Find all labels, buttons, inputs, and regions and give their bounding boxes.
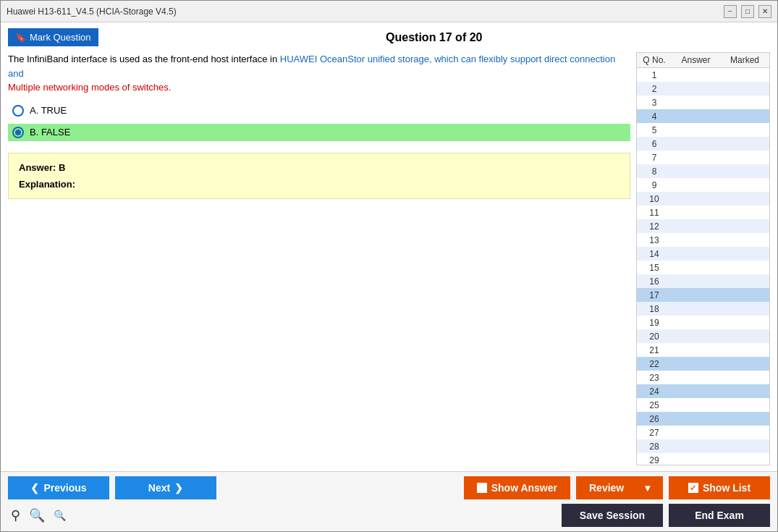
zoom-in-button[interactable]: 🔍 [51,508,69,523]
right-panel: Q No. Answer Marked 12345678910111213141… [636,52,770,465]
q-number: 13 [640,235,669,245]
table-row[interactable]: 14 [637,247,769,261]
q-number: 4 [640,111,669,122]
mark-question-label: Mark Question [30,32,91,43]
main-area: 🔖 Mark Question Question 17 of 20 The In… [1,22,777,471]
question-text-part1: The InfiniBand interface is used as the … [8,54,615,79]
zoom-reset-button[interactable]: 🔍 [26,506,48,525]
show-list-label: Show List [703,482,750,494]
q-number: 19 [640,318,669,328]
option-a-label: A. TRUE [30,105,67,116]
show-list-checkbox-icon [688,483,698,493]
highlight-text: HUAWEI OceanStor unified storage, which … [8,54,615,79]
table-row[interactable]: 27 [637,426,769,439]
mark-question-button[interactable]: 🔖 Mark Question [8,28,98,46]
table-row[interactable]: 15 [637,261,769,274]
answer-line: Answer: B [19,162,620,173]
next-label: Next [148,482,170,494]
q-number: 8 [640,166,669,177]
q-number: 3 [640,98,669,108]
table-row[interactable]: 10 [637,192,769,206]
table-row[interactable]: 22 [637,357,769,371]
toolbar: 🔖 Mark Question Question 17 of 20 [8,28,770,46]
review-button[interactable]: Review ▾ [576,476,663,499]
q-number: 17 [640,290,669,300]
table-row[interactable]: 11 [637,206,769,219]
q-number: 1 [640,70,669,80]
table-row[interactable]: 5 [637,123,769,137]
q-number: 12 [640,221,669,232]
zoom-out-button[interactable]: ⚲ [8,506,23,525]
q-number: 23 [640,373,669,383]
question-text: The InfiniBand interface is used as the … [8,52,630,95]
option-a[interactable]: A. TRUE [8,102,630,119]
col-qno: Q No. [640,55,669,65]
end-exam-label: End Exam [695,510,744,521]
table-row[interactable]: 28 [637,439,769,453]
q-number: 18 [640,304,669,314]
q-number: 5 [640,125,669,135]
save-session-label: Save Session [580,510,645,521]
table-row[interactable]: 6 [637,137,769,151]
table-row[interactable]: 13 [637,233,769,247]
table-row[interactable]: 9 [637,178,769,192]
col-answer: Answer [669,55,723,65]
question-text-part2: Multiple networking modes of switches. [8,82,171,93]
q-number: 29 [640,455,669,465]
table-row[interactable]: 1 [637,68,769,82]
options-list: A. TRUE B. FALSE [8,102,630,141]
q-number: 10 [640,194,669,204]
table-row[interactable]: 2 [637,82,769,96]
table-row[interactable]: 21 [637,343,769,357]
option-b-label: B. FALSE [30,127,70,138]
table-row[interactable]: 3 [637,96,769,109]
q-number: 22 [640,359,669,369]
maximize-button[interactable]: □ [741,5,754,18]
table-row[interactable]: 26 [637,412,769,426]
right-panel-header: Q No. Answer Marked [637,53,769,68]
table-row[interactable]: 25 [637,398,769,412]
left-panel: The InfiniBand interface is used as the … [8,52,630,465]
col-marked: Marked [723,55,766,65]
end-exam-button[interactable]: End Exam [669,504,770,527]
table-row[interactable]: 17 [637,288,769,302]
q-number: 25 [640,400,669,410]
q-number: 27 [640,428,669,438]
show-list-button[interactable]: Show List [669,476,770,499]
previous-button[interactable]: ❮ Previous [8,476,109,499]
close-button[interactable]: ✕ [758,5,771,18]
table-row[interactable]: 29 [637,453,769,465]
review-label: Review [589,482,624,494]
table-row[interactable]: 19 [637,316,769,329]
previous-label: Previous [43,482,86,494]
table-row[interactable]: 24 [637,384,769,398]
show-answer-checkbox-icon [477,483,487,493]
q-number: 21 [640,345,669,355]
next-button[interactable]: Next ❯ [115,476,216,499]
question-list[interactable]: 1234567891011121314151617181920212223242… [637,68,769,465]
table-row[interactable]: 23 [637,371,769,384]
table-row[interactable]: 18 [637,302,769,316]
radio-b[interactable] [12,127,24,138]
title-bar: Huawei H13-611_V4.5 (HCIA-Storage V4.5) … [1,1,777,22]
explanation-line: Explanation: [19,179,620,190]
content-row: The InfiniBand interface is used as the … [8,52,770,465]
show-answer-button[interactable]: Show Answer [464,476,570,499]
save-session-button[interactable]: Save Session [562,504,663,527]
q-number: 24 [640,387,669,397]
table-row[interactable]: 7 [637,151,769,164]
table-row[interactable]: 16 [637,274,769,288]
table-row[interactable]: 4 [637,109,769,123]
minimize-button[interactable]: − [724,5,737,18]
table-row[interactable]: 12 [637,219,769,233]
table-row[interactable]: 20 [637,329,769,343]
bottom-buttons-row2: ⚲ 🔍 🔍 Save Session End Exam [8,504,770,527]
q-number: 26 [640,414,669,424]
table-row[interactable]: 8 [637,164,769,178]
show-answer-label: Show Answer [491,482,557,494]
q-number: 9 [640,180,669,190]
q-number: 7 [640,153,669,163]
radio-a[interactable] [12,105,24,117]
q-number: 14 [640,249,669,259]
option-b[interactable]: B. FALSE [8,124,630,141]
